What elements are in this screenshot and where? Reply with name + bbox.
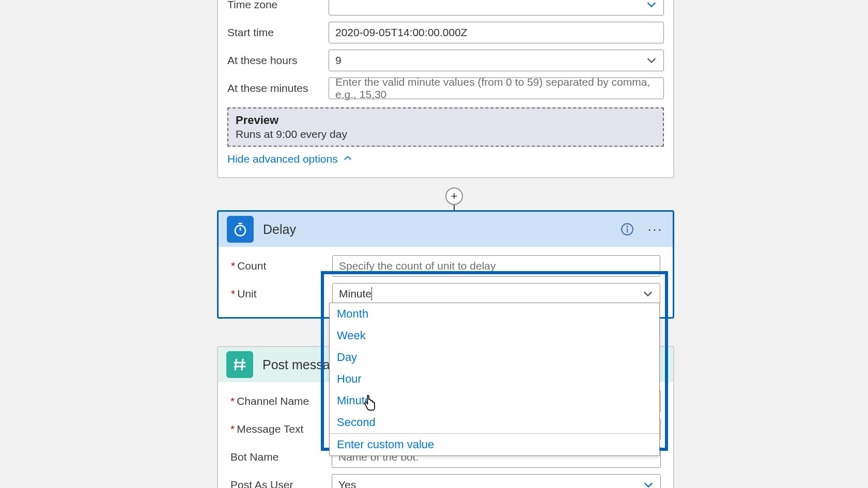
unit-select[interactable]: Minute [332,283,660,305]
unit-option-hour[interactable]: Hour [330,368,659,390]
at-minutes-input[interactable]: Enter the valid minute values (from 0 to… [329,77,664,99]
post-as-user-label: Post As User [230,479,332,488]
at-minutes-placeholder: Enter the valid minute values (from 0 to… [335,76,657,101]
svg-point-5 [626,226,628,227]
info-icon[interactable] [618,220,637,239]
unit-option-second[interactable]: Second [330,412,659,433]
recurrence-card: Time zone Start time 2020-09-05T14:00:00… [217,0,674,178]
preview-title: Preview [236,114,656,127]
chevron-down-icon [646,55,657,66]
start-time-label: Start time [227,26,329,39]
chevron-up-icon [343,153,352,165]
chevron-down-icon [642,288,654,300]
chevron-down-icon [643,479,654,488]
hide-advanced-label: Hide advanced options [227,153,338,165]
time-zone-label: Time zone [227,0,329,11]
row-at-minutes: At these minutes Enter the valid minute … [218,74,673,102]
cursor-pointer-icon [362,395,377,415]
unit-value: Minute [339,288,371,300]
more-menu[interactable]: ··· [646,220,664,239]
preview-text: Runs at 9:00 every day [236,128,656,140]
hide-advanced-toggle[interactable]: Hide advanced options [227,153,352,165]
timer-icon [227,216,254,243]
time-zone-select[interactable] [329,0,664,15]
preview-box: Preview Runs at 9:00 every day [227,107,664,147]
chevron-down-icon [646,0,657,10]
at-hours-label: At these hours [227,54,329,67]
unit-option-custom[interactable]: Enter custom value [330,433,659,455]
row-start-time: Start time 2020-09-05T14:00:00.000Z [218,19,673,46]
count-placeholder: Specify the count of unit to delay [339,260,496,272]
count-input[interactable]: Specify the count of unit to delay [332,255,660,277]
at-hours-value: 9 [335,54,342,67]
post-as-user-select[interactable]: Yes [332,474,661,488]
row-at-hours: At these hours 9 [218,46,673,74]
add-step-button[interactable]: + [445,187,463,205]
unit-dropdown[interactable]: Month Week Day Hour Minute Second Enter … [329,303,660,456]
start-time-value: 2020-09-05T14:00:00.000Z [335,26,468,39]
at-hours-select[interactable]: 9 [329,50,664,71]
unit-option-day[interactable]: Day [330,347,659,368]
start-time-input[interactable]: 2020-09-05T14:00:00.000Z [329,22,664,43]
unit-option-minute[interactable]: Minute [330,390,659,412]
count-label: Count [231,260,332,272]
delay-title: Delay [263,222,609,237]
at-minutes-label: At these minutes [227,82,329,95]
row-post-as-user: Post As User Yes [221,471,670,488]
unit-option-week[interactable]: Week [330,325,659,347]
bot-name-label: Bot Name [230,451,332,463]
unit-label: Unit [231,288,332,300]
message-text-label: Message Text [230,423,332,435]
post-as-user-value: Yes [338,479,356,488]
text-caret [371,287,372,301]
channel-name-label: Channel Name [230,395,332,407]
svg-rect-6 [627,228,628,233]
unit-option-month[interactable]: Month [330,303,659,325]
hash-icon [226,351,253,378]
row-count: Count Specify the count of unit to delay [222,252,670,280]
delay-header[interactable]: Delay ··· [219,212,673,247]
row-time-zone: Time zone [218,0,673,19]
